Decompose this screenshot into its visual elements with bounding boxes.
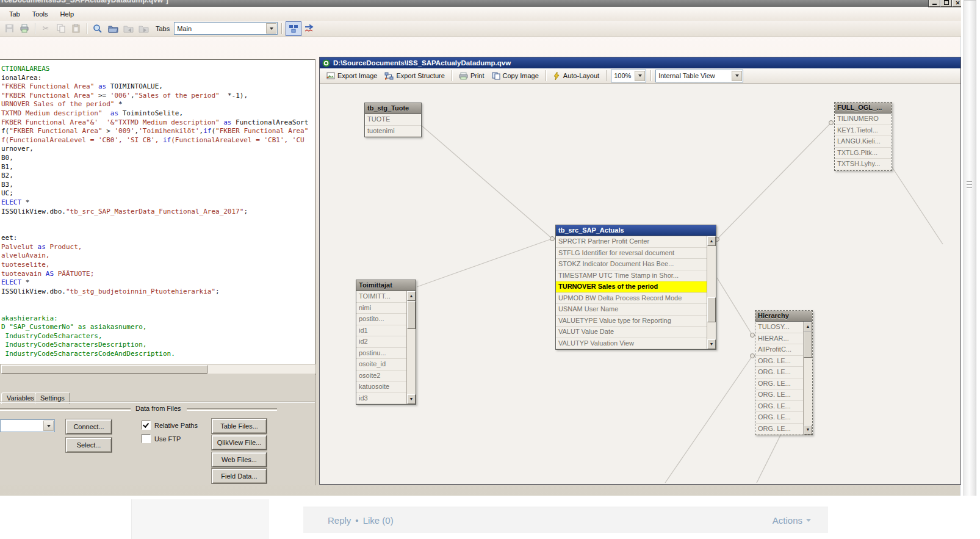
export-structure-button[interactable]: Export Structure (382, 71, 447, 81)
folder-forward-icon[interactable] (137, 22, 150, 35)
table-box-header[interactable]: tb_stg_Tuote (365, 103, 421, 114)
field-data-button[interactable]: Field Data... (212, 469, 267, 483)
folder-open-icon[interactable] (106, 22, 120, 35)
field-row[interactable]: TXTSH.Lyhy... (835, 159, 892, 170)
field-row[interactable]: tuotenimi (365, 126, 421, 137)
table-box-header[interactable]: Hierarchy (755, 311, 812, 322)
field-row[interactable]: TIMESTAMP UTC Time Stamp in Shor... (556, 270, 707, 282)
field-row[interactable]: katuosoite (356, 382, 406, 393)
table-box-FULL_OGL_...[interactable]: FULL_OGL_...TILINUMEROKEY1.Tietol...LANG… (834, 102, 892, 171)
field-row[interactable]: ORG. LE... (755, 424, 803, 435)
script-editor[interactable]: CTIONALAREASionalArea:"FKBER Functional … (0, 59, 315, 364)
field-row[interactable]: ORG. LE... (755, 378, 803, 390)
field-row[interactable]: osoite_id (356, 359, 406, 371)
field-row[interactable]: UPMOD BW Delta Process Record Mode (556, 293, 707, 305)
scroll-up-icon[interactable]: ▲ (407, 291, 416, 301)
table-box-header[interactable]: FULL_OGL_... (835, 103, 892, 114)
reload-icon[interactable] (303, 22, 317, 35)
copy-image-button[interactable]: Copy Image (489, 71, 541, 81)
scrollbar-track[interactable] (707, 246, 716, 339)
field-row[interactable]: ORG. LE... (755, 401, 803, 413)
table-box-header[interactable]: tb_src_SAP_Actuals (556, 225, 716, 236)
copy-icon[interactable] (54, 22, 68, 35)
scroll-down-icon[interactable]: ▼ (707, 339, 716, 349)
table-files-button[interactable]: Table Files... (212, 419, 267, 433)
field-row[interactable]: SPRCTR Partner Profit Center (556, 236, 707, 248)
field-row[interactable]: osoite2 (356, 371, 406, 382)
checkbox-box[interactable] (142, 434, 151, 443)
field-row[interactable]: STOKZ Indicator Document Has Bee... (556, 259, 707, 270)
scrollbar-thumb[interactable] (407, 301, 416, 329)
table-box-Toimittajat[interactable]: ToimittajatTOIMITT...nimipostito...id1id… (356, 280, 416, 405)
field-row[interactable]: id2 (356, 336, 406, 348)
menu-tools[interactable]: Tools (27, 9, 54, 20)
tab-layout-icon[interactable] (286, 21, 301, 36)
scroll-down-icon[interactable]: ▼ (407, 394, 416, 404)
menu-help[interactable]: Help (54, 9, 79, 20)
menu-tab[interactable]: Tab (4, 9, 26, 20)
print-icon[interactable] (18, 22, 31, 35)
table-box-Hierarchy[interactable]: HierarchyTULOSY...HIERAR...AllProfitC...… (755, 310, 813, 435)
print-button[interactable]: Print (456, 71, 487, 81)
field-row[interactable]: id1 (356, 325, 406, 337)
field-row[interactable]: ORG. LE... (755, 412, 803, 424)
field-row[interactable]: TOIMITT... (356, 291, 406, 303)
minimize-button[interactable] (929, 0, 940, 7)
cut-icon[interactable]: ✂ (39, 22, 52, 35)
scrollbar-track[interactable] (407, 301, 416, 394)
chevron-down-icon[interactable] (266, 23, 276, 34)
page-vertical-scrollbar[interactable] (964, 0, 976, 497)
checkbox-box[interactable] (142, 421, 151, 430)
zoom-combobox[interactable]: 100% (611, 70, 646, 82)
field-row[interactable]: STFLG Identifier for reversal document (556, 248, 707, 259)
paste-icon[interactable] (70, 22, 83, 35)
scroll-up-icon[interactable]: ▲ (707, 236, 716, 246)
web-files-button[interactable]: Web Files... (212, 452, 267, 467)
chevron-down-icon[interactable] (732, 71, 742, 81)
scrollbar-thumb[interactable] (707, 297, 716, 322)
field-row[interactable]: id3 (356, 393, 406, 405)
table-box-tb_src_SAP_Actuals[interactable]: tb_src_SAP_ActualsSPRCTR Partner Profit … (555, 225, 716, 350)
actions-menu[interactable]: Actions (773, 515, 811, 526)
field-row[interactable]: LANGU.Kieli... (835, 136, 892, 148)
field-row[interactable]: KEY1.Tietol... (835, 125, 892, 137)
table-scrollbar[interactable]: ▲▼ (803, 322, 812, 435)
scroll-down-icon[interactable]: ▼ (804, 425, 812, 435)
search-icon[interactable] (91, 22, 104, 35)
field-row[interactable]: VALUETYPE Value type for Reporting (556, 316, 707, 327)
tabs-combobox[interactable]: Main (174, 22, 278, 35)
table-scrollbar[interactable]: ▲▼ (406, 291, 416, 404)
scrollbar-thumb[interactable] (804, 331, 812, 358)
chevron-down-icon[interactable] (43, 421, 54, 431)
save-icon[interactable] (2, 22, 16, 35)
select-button[interactable]: Select... (66, 438, 112, 452)
field-row[interactable]: TULOSY... (755, 322, 803, 333)
field-row[interactable]: TUOTE (365, 114, 421, 126)
like-link[interactable]: Like (0) (363, 515, 394, 526)
table-viewer-titlebar[interactable]: D:\SourceDocuments\ISS_SAPActualyDatadum… (320, 57, 960, 68)
table-box-header[interactable]: Toimittajat (356, 280, 416, 291)
table-scrollbar[interactable]: ▲▼ (707, 236, 716, 349)
field-row[interactable]: TILINUMERO (835, 114, 892, 125)
field-row[interactable]: HIERAR... (755, 333, 803, 345)
field-row[interactable]: nimi (356, 303, 406, 314)
reply-link[interactable]: Reply (328, 515, 351, 526)
field-row[interactable]: ORG. LE... (755, 367, 803, 378)
relative-paths-checkbox[interactable]: Relative Paths (142, 421, 198, 430)
connect-button[interactable]: Connect... (66, 419, 112, 434)
field-row[interactable]: USNAM User Name (556, 304, 707, 316)
connection-combobox[interactable] (0, 419, 55, 432)
field-row[interactable]: TXTLG.Pitk... (835, 148, 892, 159)
field-row[interactable]: ORG. LE... (755, 389, 803, 401)
view-mode-combobox[interactable]: Internal Table View (655, 70, 743, 82)
scrollbar-thumb[interactable] (1, 365, 207, 374)
scrollbar-track[interactable] (804, 331, 812, 425)
field-row[interactable]: AllProfitC... (755, 344, 803, 356)
maximize-button[interactable] (940, 0, 952, 7)
qlikview-file-button[interactable]: QlikView File... (212, 435, 267, 450)
auto-layout-button[interactable]: Auto-Layout (550, 71, 602, 81)
chevron-down-icon[interactable] (635, 71, 645, 81)
export-image-button[interactable]: Export Image (323, 71, 380, 81)
use-ftp-checkbox[interactable]: Use FTP (142, 434, 181, 443)
folder-back-icon[interactable] (121, 22, 135, 35)
